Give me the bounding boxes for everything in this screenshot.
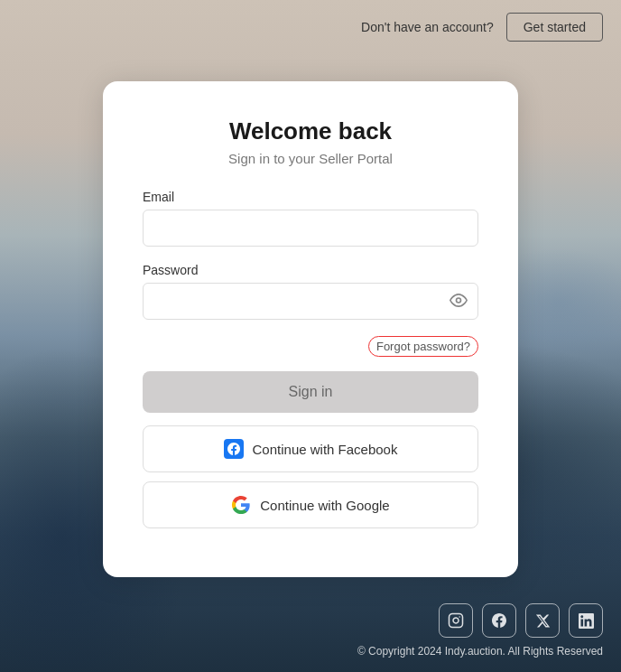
- copyright-text: © Copyright 2024 Indy.auction. All Right…: [357, 645, 603, 658]
- password-input[interactable]: [143, 283, 478, 320]
- main-content: Welcome back Sign in to your Seller Port…: [0, 54, 621, 577]
- google-button-label: Continue with Google: [260, 498, 389, 513]
- password-label: Password: [143, 263, 478, 277]
- google-icon: [231, 495, 251, 515]
- card-title: Welcome back: [143, 117, 478, 145]
- social-icons: [439, 603, 603, 638]
- facebook-social-button[interactable]: [482, 603, 516, 638]
- twitter-social-button[interactable]: [525, 603, 560, 638]
- password-wrapper: [143, 283, 478, 320]
- forgot-row: Forgot password?: [143, 336, 478, 357]
- linkedin-social-button[interactable]: [569, 603, 603, 638]
- topbar: Don't have an account? Get started: [0, 0, 621, 54]
- svg-point-0: [457, 298, 461, 303]
- instagram-social-button[interactable]: [439, 603, 473, 638]
- forgot-password-link[interactable]: Forgot password?: [368, 336, 478, 357]
- email-input[interactable]: [143, 210, 478, 247]
- email-label: Email: [143, 190, 478, 204]
- get-started-button[interactable]: Get started: [506, 13, 603, 42]
- login-card: Welcome back Sign in to your Seller Port…: [103, 81, 518, 577]
- svg-rect-1: [450, 614, 463, 628]
- email-field-group: Email: [143, 190, 478, 247]
- signup-prompt: Don't have an account?: [361, 20, 494, 34]
- card-subtitle: Sign in to your Seller Portal: [143, 151, 478, 166]
- sign-in-button[interactable]: Sign in: [143, 371, 478, 413]
- password-field-group: Password: [143, 263, 478, 320]
- footer: © Copyright 2024 Indy.auction. All Right…: [0, 603, 621, 658]
- google-login-button[interactable]: Continue with Google: [143, 481, 478, 528]
- facebook-icon: [224, 439, 244, 459]
- facebook-button-label: Continue with Facebook: [253, 442, 398, 457]
- facebook-login-button[interactable]: Continue with Facebook: [143, 425, 478, 472]
- toggle-password-icon[interactable]: [450, 291, 468, 312]
